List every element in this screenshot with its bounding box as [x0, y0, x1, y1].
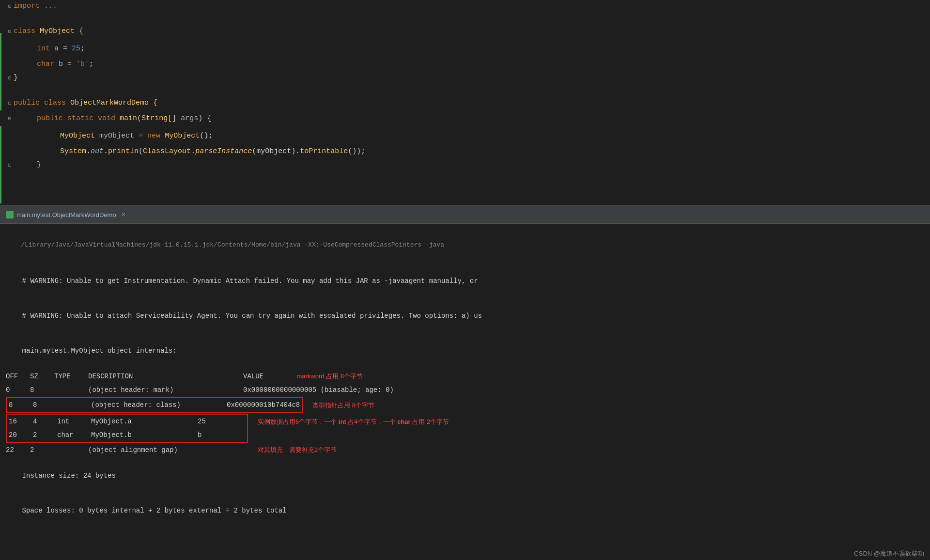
- cell-off-20: 20: [9, 429, 33, 441]
- rows-16-20-box: 16 4 int MyObject.a 25 20 2 char MyObjec…: [6, 414, 248, 443]
- terminal-area: /Library/Java/JavaVirtualMachines/jdk-11…: [0, 224, 930, 560]
- terminal-line-1: /Library/Java/JavaVirtualMachines/jdk-11…: [6, 228, 924, 263]
- code-line-blank-2: [0, 89, 930, 99]
- code-line-int: int a = 25;: [0, 43, 930, 58]
- cell-desc-16: MyObject.a: [91, 415, 198, 428]
- cell-val-22: [243, 444, 924, 456]
- code-content-class: class MyObject {: [14, 27, 930, 35]
- code-content-int: int a = 25;: [14, 45, 930, 53]
- fold-bar-public-class: [0, 126, 1, 203]
- code-line-char: char b = 'b';: [0, 58, 930, 74]
- code-editor: ⊞ import ... ⊟ class MyObject { int a = …: [0, 2, 930, 205]
- col-header-sz: SZ: [30, 370, 54, 383]
- col-header-off: OFF: [6, 370, 30, 383]
- code-line-sysout: System.out.println(ClassLayout.parseInst…: [0, 145, 930, 161]
- cell-type-16: int: [57, 415, 91, 428]
- cell-desc-0: (object header: mark): [88, 384, 243, 396]
- cell-off-8: 8: [9, 399, 33, 411]
- cell-sz-0: 8: [30, 384, 54, 396]
- fold-icon-empty-4: [6, 145, 14, 153]
- annotation-alignment: 对其填充，需要补充2个字节: [258, 444, 337, 456]
- table-header-row: OFF SZ TYPE DESCRIPTION VALUE markword 占…: [6, 370, 924, 383]
- code-content-close2: }: [14, 161, 930, 169]
- tab-close-button[interactable]: ✕: [121, 211, 126, 218]
- terminal-footer-1: Instance size: 24 bytes: [6, 458, 924, 493]
- annotation-class-ptr: 类型指针占用 8个字节: [312, 401, 374, 410]
- code-line-close2: ⊟ }: [0, 161, 930, 176]
- fold-bar-class: [0, 33, 1, 110]
- annotation-markword: markword 占用 8个字节: [296, 373, 363, 380]
- fold-icon-main[interactable]: ⊟: [6, 115, 14, 123]
- cell-off-0: 0: [6, 384, 30, 396]
- code-content-main: public static void main(String[] args) {: [14, 114, 930, 123]
- code-line-class: ⊟ class MyObject {: [0, 27, 930, 43]
- fold-icon-empty-1: [6, 43, 14, 50]
- terminal-footer-2: Space losses: 0 bytes internal + 2 bytes…: [6, 493, 924, 528]
- annotation-instance-data: 实例数据占用6个字节，一个 int 占4个字节，一个 char 占用 2个字节: [258, 418, 449, 426]
- cell-type-20: char: [57, 429, 91, 441]
- code-content-new: MyObject myObject = new MyObject();: [14, 132, 930, 140]
- cell-val-16: 25: [198, 415, 245, 428]
- col-header-val: VALUE markword 占用 8个字节: [243, 370, 924, 383]
- fold-icon-close1[interactable]: ⊟: [6, 74, 14, 82]
- fold-icon-class[interactable]: ⊟: [6, 28, 14, 35]
- terminal-tab[interactable]: main.mytest.ObjectMarkWordDemo ✕: [6, 211, 126, 218]
- cell-desc-22: (object alignment gap): [88, 444, 243, 456]
- fold-icon-pubclass[interactable]: ⊟: [6, 99, 14, 107]
- cell-sz-16: 4: [33, 415, 57, 428]
- code-line-new: MyObject myObject = new MyObject();: [0, 130, 930, 145]
- cell-off-22: 22: [6, 444, 30, 456]
- cell-type-8: [57, 399, 91, 411]
- code-content-close1: }: [14, 74, 930, 82]
- code-content-pubclass: public class ObjectMarkWordDemo {: [14, 99, 930, 107]
- code-line-1: ⊞ import ...: [0, 2, 930, 17]
- cell-desc-20: MyObject.b: [91, 429, 198, 441]
- table-row-16: 16 4 int MyObject.a 25: [7, 415, 247, 428]
- cell-off-16: 16: [9, 415, 33, 428]
- terminal-tab-label: main.mytest.ObjectMarkWordDemo: [16, 211, 116, 218]
- watermark: CSDN @魔道不误砍柴功: [854, 549, 924, 558]
- table-row-8: 8 8 (object header: class) 0x000000010b7…: [6, 397, 303, 413]
- col-header-type: TYPE: [54, 370, 88, 383]
- cell-val-20: b: [198, 429, 245, 441]
- cell-sz-20: 2: [33, 429, 57, 441]
- table-row-20: 20 2 char MyObject.b b: [7, 428, 247, 442]
- code-content-char: char b = 'b';: [14, 60, 930, 68]
- cell-sz-22: 2: [30, 444, 54, 456]
- cell-val-8: 0x000000010b7404c8: [227, 399, 300, 411]
- code-line-main: ⊟ public static void main(String[] args)…: [0, 114, 930, 130]
- terminal-header: main.mytest.ObjectMarkWordDemo ✕: [0, 205, 930, 224]
- cell-type-0: [54, 384, 88, 396]
- code-line-pubclass: ⊟ public class ObjectMarkWordDemo {: [0, 99, 930, 114]
- cell-type-22: [54, 444, 88, 456]
- fold-icon-1[interactable]: ⊞: [6, 2, 14, 10]
- terminal-line-4: main.mytest.MyObject object internals:: [6, 333, 924, 368]
- cell-val-0: 0x0000000000000005 (biasable; age: 0): [243, 384, 924, 396]
- fold-icon-empty-3: [6, 130, 14, 138]
- table-row-0: 0 8 (object header: mark) 0x000000000000…: [6, 384, 924, 396]
- code-line-close1: ⊟ }: [0, 74, 930, 89]
- col-header-desc: DESCRIPTION: [88, 370, 243, 383]
- cell-sz-8: 8: [33, 399, 57, 411]
- table-row-22: 22 2 (object alignment gap) 对其填充，需要补充2个字…: [6, 444, 924, 456]
- code-line-blank-1: [0, 17, 930, 27]
- code-content-sysout: System.out.println(ClassLayout.parseInst…: [14, 147, 930, 156]
- table-rows-16-20-wrapper: 16 4 int MyObject.a 25 20 2 char MyObjec…: [6, 414, 924, 443]
- code-content-1: import ...: [14, 2, 930, 10]
- run-icon: [6, 211, 14, 218]
- terminal-line-3: # WARNING: Unable to attach Serviceabili…: [6, 298, 924, 333]
- fold-icon-close2[interactable]: ⊟: [6, 161, 14, 169]
- cell-desc-8: (object header: class): [91, 399, 227, 411]
- table-row-8-wrapper: 8 8 (object header: class) 0x000000010b7…: [6, 397, 924, 414]
- fold-icon-empty-2: [6, 58, 14, 66]
- terminal-line-2: # WARNING: Unable to get Instrumentation…: [6, 264, 924, 298]
